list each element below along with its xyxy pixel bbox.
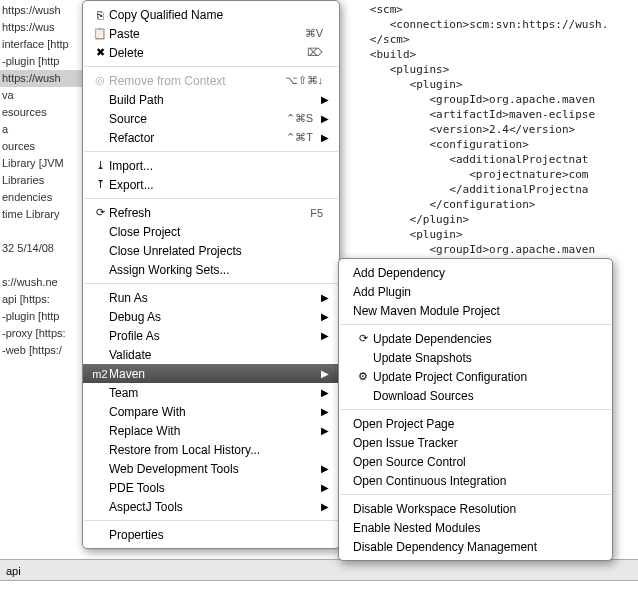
separator: [84, 198, 338, 199]
refresh-icon: ⟳: [353, 332, 373, 345]
tree-item[interactable]: 32 5/14/08: [0, 240, 86, 257]
separator: [84, 283, 338, 284]
tree-item[interactable]: https://wush: [0, 70, 86, 87]
tree-item[interactable]: a: [0, 121, 86, 138]
submenu-update-deps[interactable]: ⟳ Update Dependencies: [339, 329, 612, 348]
menu-refactor[interactable]: Refactor ⌃⌘T ▶: [83, 128, 339, 147]
context-icon: ◎: [91, 74, 109, 87]
submenu-download-sources[interactable]: Download Sources: [339, 386, 612, 405]
separator: [84, 66, 338, 67]
chevron-right-icon: ▶: [319, 292, 329, 303]
import-icon: ⤓: [91, 159, 109, 172]
submenu-open-ci[interactable]: Open Continuous Integration: [339, 471, 612, 490]
chevron-right-icon: ▶: [319, 132, 329, 143]
menu-close-project[interactable]: Close Project: [83, 222, 339, 241]
tree-item[interactable]: [0, 257, 86, 274]
tree-item[interactable]: [0, 223, 86, 240]
menu-properties[interactable]: Properties: [83, 525, 339, 544]
chevron-right-icon: ▶: [319, 368, 329, 379]
menu-team[interactable]: Team ▶: [83, 383, 339, 402]
menu-copy-qualified[interactable]: ⎘ Copy Qualified Name: [83, 5, 339, 24]
menu-build-path[interactable]: Build Path ▶: [83, 90, 339, 109]
tree-item[interactable]: time Library: [0, 206, 86, 223]
project-tree[interactable]: https://wushhttps://wusinterface [http-p…: [0, 0, 86, 597]
chevron-right-icon: ▶: [319, 94, 329, 105]
chevron-right-icon: ▶: [319, 463, 329, 474]
menu-delete[interactable]: ✖ Delete ⌦: [83, 43, 339, 62]
menu-import[interactable]: ⤓ Import...: [83, 156, 339, 175]
menu-pde-tools[interactable]: PDE Tools ▶: [83, 478, 339, 497]
menu-source[interactable]: Source ⌃⌘S ▶: [83, 109, 339, 128]
menu-debug-as[interactable]: Debug As ▶: [83, 307, 339, 326]
menu-maven[interactable]: m2 Maven ▶: [83, 364, 339, 383]
xml-editor[interactable]: <scm> <connection>scm:svn:https://wush. …: [350, 0, 638, 259]
delete-icon: ✖: [91, 46, 109, 59]
chevron-right-icon: ▶: [319, 406, 329, 417]
submenu-open-issue[interactable]: Open Issue Tracker: [339, 433, 612, 452]
submenu-disable-dep-mgmt[interactable]: Disable Dependency Management: [339, 537, 612, 556]
gear-icon: ⚙: [353, 370, 373, 383]
menu-assign-working-sets[interactable]: Assign Working Sets...: [83, 260, 339, 279]
tree-item[interactable]: https://wush: [0, 2, 86, 19]
tree-item[interactable]: -proxy [https:: [0, 325, 86, 342]
tree-item[interactable]: s://wush.ne: [0, 274, 86, 291]
menu-web-dev-tools[interactable]: Web Development Tools ▶: [83, 459, 339, 478]
chevron-right-icon: ▶: [319, 330, 329, 341]
export-icon: ⤒: [91, 178, 109, 191]
paste-icon: 📋: [91, 27, 109, 40]
separator: [340, 324, 611, 325]
menu-restore-history[interactable]: Restore from Local History...: [83, 440, 339, 459]
menu-aspectj-tools[interactable]: AspectJ Tools ▶: [83, 497, 339, 516]
tree-item[interactable]: Library [JVM: [0, 155, 86, 172]
separator: [340, 409, 611, 410]
menu-profile-as[interactable]: Profile As ▶: [83, 326, 339, 345]
tree-item[interactable]: api [https:: [0, 291, 86, 308]
menu-compare-with[interactable]: Compare With ▶: [83, 402, 339, 421]
menu-export[interactable]: ⤒ Export...: [83, 175, 339, 194]
chevron-right-icon: ▶: [319, 425, 329, 436]
submenu-update-snapshots[interactable]: Update Snapshots: [339, 348, 612, 367]
tree-item[interactable]: Libraries: [0, 172, 86, 189]
tree-item[interactable]: ources: [0, 138, 86, 155]
menu-replace-with[interactable]: Replace With ▶: [83, 421, 339, 440]
menu-validate[interactable]: Validate: [83, 345, 339, 364]
menu-refresh[interactable]: ⟳ Refresh F5: [83, 203, 339, 222]
chevron-right-icon: ▶: [319, 501, 329, 512]
submenu-new-module[interactable]: New Maven Module Project: [339, 301, 612, 320]
submenu-add-plugin[interactable]: Add Plugin: [339, 282, 612, 301]
menu-paste[interactable]: 📋 Paste ⌘V: [83, 24, 339, 43]
chevron-right-icon: ▶: [319, 113, 329, 124]
submenu-enable-nested[interactable]: Enable Nested Modules: [339, 518, 612, 537]
submenu-open-project-page[interactable]: Open Project Page: [339, 414, 612, 433]
tree-item[interactable]: -plugin [http: [0, 308, 86, 325]
chevron-right-icon: ▶: [319, 482, 329, 493]
maven-icon: m2: [91, 368, 109, 380]
tree-item[interactable]: -plugin [http: [0, 53, 86, 70]
copy-icon: ⎘: [91, 9, 109, 21]
submenu-disable-workspace[interactable]: Disable Workspace Resolution: [339, 499, 612, 518]
bottom-tab[interactable]: api: [0, 559, 638, 581]
submenu-add-dependency[interactable]: Add Dependency: [339, 263, 612, 282]
menu-run-as[interactable]: Run As ▶: [83, 288, 339, 307]
tree-item[interactable]: interface [http: [0, 36, 86, 53]
menu-close-unrelated[interactable]: Close Unrelated Projects: [83, 241, 339, 260]
menu-remove-context: ◎ Remove from Context ⌥⇧⌘↓: [83, 71, 339, 90]
chevron-right-icon: ▶: [319, 311, 329, 322]
tree-item[interactable]: endencies: [0, 189, 86, 206]
submenu-open-source-control[interactable]: Open Source Control: [339, 452, 612, 471]
submenu-update-config[interactable]: ⚙ Update Project Configuration: [339, 367, 612, 386]
chevron-right-icon: ▶: [319, 387, 329, 398]
separator: [84, 520, 338, 521]
tree-item[interactable]: -web [https:/: [0, 342, 86, 359]
tree-item[interactable]: esources: [0, 104, 86, 121]
separator: [84, 151, 338, 152]
maven-submenu: Add Dependency Add Plugin New Maven Modu…: [338, 258, 613, 561]
refresh-icon: ⟳: [91, 206, 109, 219]
tree-item[interactable]: va: [0, 87, 86, 104]
tree-item[interactable]: https://wus: [0, 19, 86, 36]
separator: [340, 494, 611, 495]
context-menu: ⎘ Copy Qualified Name 📋 Paste ⌘V ✖ Delet…: [82, 0, 340, 549]
